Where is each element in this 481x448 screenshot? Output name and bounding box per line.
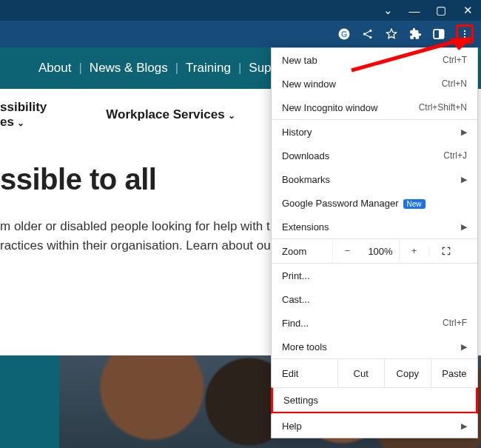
nav-news[interactable]: News & Blogs [90,61,168,76]
submenu-arrow-icon: ▶ [461,421,467,431]
menu-bookmarks[interactable]: Bookmarks▶ [272,167,477,191]
star-icon[interactable] [385,27,398,41]
window-dropdown-icon[interactable]: ⌄ [380,3,395,18]
menu-edit-label: Edit [272,359,337,388]
submenu-arrow-icon: ▶ [461,127,467,137]
menu-find[interactable]: Find...Ctrl+F [272,311,477,335]
new-badge: New [403,199,426,209]
share-icon[interactable] [361,27,374,41]
svg-rect-6 [434,30,440,39]
nav-about[interactable]: About [38,61,71,76]
menu-cast[interactable]: Cast... [272,287,477,311]
zoom-level: 100% [362,246,399,257]
menu-print[interactable]: Print... [272,264,477,287]
window-close-icon[interactable]: ✕ [460,3,475,18]
subnav-workplace-services[interactable]: Workplace Services⌄ [106,107,235,122]
zoom-out-button[interactable]: − [332,239,362,263]
menu-edit-row: Edit Cut Copy Paste [272,358,477,388]
google-icon[interactable]: G [337,27,351,41]
window-titlebar: ⌄ — ▢ ✕ [0,0,481,21]
menu-downloads[interactable]: DownloadsCtrl+J [272,144,477,167]
menu-new-incognito[interactable]: New Incognito windowCtrl+Shift+N [272,96,477,119]
menu-cut[interactable]: Cut [337,359,384,388]
submenu-arrow-icon: ▶ [461,222,467,232]
menu-new-tab[interactable]: New tabCtrl+T [272,48,477,72]
menu-paste[interactable]: Paste [431,359,477,388]
nav-training[interactable]: Training [186,61,231,76]
submenu-arrow-icon: ▶ [461,175,467,184]
svg-point-8 [464,33,465,35]
menu-history[interactable]: History▶ [272,120,477,144]
svg-point-9 [464,36,465,38]
menu-password-manager[interactable]: Google Password ManagerNew [272,191,477,215]
window-minimize-icon[interactable]: — [407,3,422,18]
svg-text:G: G [341,30,347,39]
menu-more-tools[interactable]: More tools▶ [272,335,477,358]
browser-toolbar: G [0,21,481,47]
more-menu-button[interactable] [456,24,474,44]
menu-settings[interactable]: Settings [273,388,476,412]
chevron-down-icon: ⌄ [17,118,24,128]
fullscreen-button[interactable] [428,246,462,256]
window-maximize-icon[interactable]: ▢ [434,3,448,18]
sidepanel-icon[interactable] [432,27,445,41]
menu-extensions[interactable]: Extensions▶ [272,215,477,238]
submenu-arrow-icon: ▶ [461,342,467,352]
menu-zoom: Zoom − 100% + [272,239,477,263]
chevron-down-icon: ⌄ [228,110,235,121]
subnav-accessibility[interactable]: ssibility es⌄ [0,100,47,130]
browser-overflow-menu: New tabCtrl+T New windowCtrl+N New Incog… [271,47,478,438]
menu-help[interactable]: Help▶ [272,414,477,438]
extensions-icon[interactable] [408,27,422,41]
zoom-in-button[interactable]: + [399,239,428,263]
menu-copy[interactable]: Copy [384,359,431,388]
svg-point-7 [464,30,465,32]
menu-new-window[interactable]: New windowCtrl+N [272,72,477,96]
